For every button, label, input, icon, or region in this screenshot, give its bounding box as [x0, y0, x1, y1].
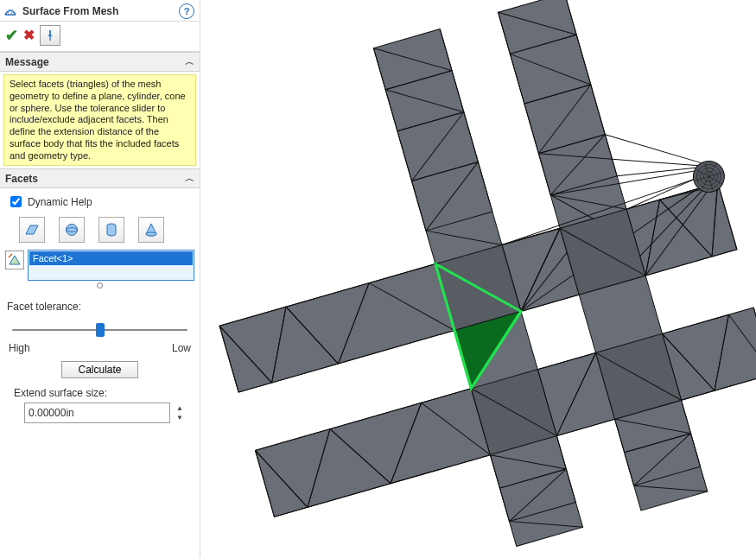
slider-labels: High Low: [7, 340, 193, 361]
sphere-shape-button[interactable]: [59, 217, 85, 243]
ok-button[interactable]: ✔: [5, 29, 18, 41]
extend-spin-up[interactable]: ▲: [174, 403, 186, 413]
tolerance-label: Facet tolerance:: [7, 301, 193, 318]
extend-spinner: ▲ ▼: [174, 403, 186, 422]
selected-facet-item[interactable]: Facet<1>: [29, 251, 193, 265]
facet-selection-row: Facet<1>: [5, 248, 194, 281]
svg-point-2: [67, 225, 78, 236]
tolerance-section: Facet tolerance: High Low Calculate Exte…: [0, 295, 200, 434]
dynamic-help-input[interactable]: [10, 196, 22, 207]
dynamic-help-label: Dynamic Help: [28, 196, 92, 208]
surface-from-mesh-icon: [3, 4, 17, 18]
chevron-up-icon: ︿: [185, 172, 194, 185]
help-icon[interactable]: ?: [179, 3, 194, 19]
svg-point-5: [146, 232, 156, 236]
calculate-button[interactable]: Calculate: [61, 361, 137, 378]
slider-low-label: Low: [172, 342, 191, 354]
cone-shape-button[interactable]: [138, 217, 164, 243]
graphics-viewport[interactable]: [200, 0, 756, 558]
confirm-row: ✔ ✖: [0, 22, 200, 52]
slider-high-label: High: [9, 342, 30, 354]
slider-thumb[interactable]: [96, 323, 105, 337]
svg-marker-6: [10, 256, 20, 264]
dynamic-help-checkbox[interactable]: Dynamic Help: [5, 192, 194, 215]
cylinder-shape-button[interactable]: [98, 217, 124, 243]
message-section-header[interactable]: Message ︿: [0, 52, 200, 72]
panel-titlebar: Surface From Mesh ?: [0, 0, 200, 22]
facet-selection-list[interactable]: Facet<1>: [28, 250, 194, 281]
shape-type-row: [5, 215, 194, 248]
list-resize-handle[interactable]: [5, 281, 194, 289]
extend-row: 0.00000in ▲ ▼: [7, 403, 193, 430]
extend-input[interactable]: 0.00000in: [24, 403, 170, 423]
facets-header-label: Facets: [5, 173, 38, 185]
extend-label: Extend surface size:: [7, 387, 193, 403]
svg-marker-1: [26, 225, 38, 234]
tolerance-slider[interactable]: [12, 321, 187, 339]
facets-section-header[interactable]: Facets ︿: [0, 168, 200, 188]
extend-spin-down[interactable]: ▼: [174, 413, 186, 422]
chevron-up-icon: ︿: [185, 55, 194, 68]
property-panel: Surface From Mesh ? ✔ ✖ Message ︿ Select…: [0, 0, 200, 558]
mesh-drawing: [200, 0, 756, 558]
facets-body: Dynamic Help: [0, 188, 200, 295]
facet-selection-icon[interactable]: [5, 250, 24, 269]
cancel-button[interactable]: ✖: [23, 29, 35, 41]
plane-shape-button[interactable]: [19, 217, 45, 243]
panel-title: Surface From Mesh: [19, 5, 179, 17]
message-header-label: Message: [5, 56, 49, 68]
pin-button[interactable]: [40, 25, 60, 46]
message-body: Select facets (triangles) of the mesh ge…: [3, 74, 196, 166]
